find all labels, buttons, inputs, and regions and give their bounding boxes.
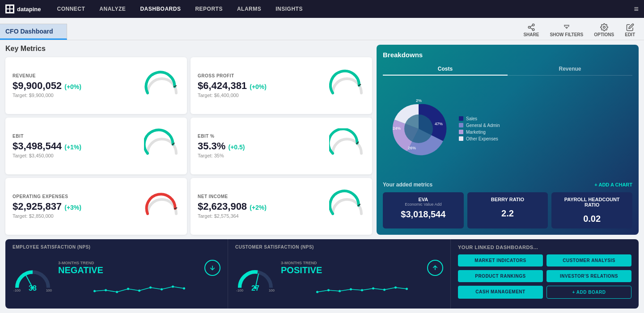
options-label: OPTIONS	[594, 32, 614, 37]
metric-change-2: (+1%)	[64, 144, 81, 151]
svg-text:47%: 47%	[435, 122, 443, 126]
metric-label-3: EBIT %	[198, 134, 329, 139]
svg-point-32	[127, 288, 129, 290]
linked-btn-2[interactable]: PRODUCT RANKINGS	[458, 270, 543, 282]
linked-btn-1[interactable]: CUSTOMER ANALYSIS	[547, 254, 631, 266]
customer-trend-icon	[427, 260, 443, 276]
employee-nps-title: EMPLOYEE SATISFACTION (NPS)	[13, 245, 220, 250]
nav-dashboards[interactable]: DASHBOARDS	[133, 0, 188, 18]
svg-point-42	[327, 289, 330, 292]
legend-label-other: Other Expenses	[466, 136, 498, 141]
employee-nps-gauge: -100 100 33	[13, 262, 53, 293]
legend-marketing: Marketing	[459, 130, 500, 135]
linked-btn-0[interactable]: MARKET INDICATORS	[458, 254, 543, 266]
svg-point-4	[532, 24, 534, 26]
legend-dot-general	[459, 123, 463, 127]
linked-btn-5[interactable]: + ADD BOARD	[547, 286, 631, 299]
metric-target-5: Target: $2,575,364	[198, 213, 329, 219]
legend-label-marketing: Marketing	[466, 130, 486, 135]
svg-point-43	[339, 290, 341, 292]
svg-point-14	[603, 26, 605, 29]
nav-alarms[interactable]: ALARMS	[230, 0, 268, 18]
logo: datapine	[5, 4, 41, 13]
metric-card-0: REVENUE $9,900,052 (+0%) Target: $9,900,…	[5, 57, 187, 114]
filters-label: SHOW FILTERS	[550, 32, 583, 37]
metric-gauge-3	[329, 128, 365, 164]
customer-nps-score: 27	[251, 284, 259, 292]
employee-nps-content: -100 100 33 3-MONTHS TREND NEGATIVE	[13, 252, 220, 303]
employee-nps-score: 33	[29, 284, 37, 292]
metric-left-4: OPERATING EXPENSES $2,925,837 (+3%) Targ…	[13, 194, 144, 219]
metric-left-3: EBIT % 35.3% (+0.5) Target: 35%	[198, 134, 329, 158]
metric-gauge-5	[329, 189, 365, 224]
metric-label-4: OPERATING EXPENSES	[13, 194, 144, 199]
metric-target-4: Target: $2,850,000	[13, 213, 144, 219]
svg-point-36	[172, 286, 174, 288]
metric-value-0: $9,900,052 (+0%)	[13, 80, 144, 92]
metric-value-2: $3,498,544 (+1%)	[13, 140, 144, 152]
legend-sales: Sales	[459, 116, 500, 121]
metric-left-5: NET INCOME $2,623,908 (+2%) Target: $2,5…	[198, 194, 329, 219]
nav-connect[interactable]: CONNECT	[50, 0, 92, 18]
metric-label-2: EBIT	[13, 134, 144, 139]
legend-dot-sales	[459, 116, 463, 121]
customer-nps-trend-row: 3-MONTHS TREND POSITIVE	[281, 260, 443, 276]
show-filters-button[interactable]: SHOW FILTERS	[550, 23, 583, 37]
dashboard-tab[interactable]: CFO Dashboard	[0, 24, 67, 40]
customer-nps-panel: CUSTOMER SATISFACTION (NPS) -100 100 27	[228, 239, 451, 309]
employee-nps-trend-value: NEGATIVE	[58, 265, 103, 275]
nav-reports[interactable]: REPORTS	[188, 0, 230, 18]
linked-btn-3[interactable]: INVESTOR'S RELATIONS	[547, 270, 631, 282]
svg-line-8	[530, 25, 532, 27]
customer-nps-max: 100	[269, 288, 275, 292]
svg-point-47	[383, 289, 386, 291]
customer-nps-content: -100 100 27 3-MONTHS TREND POSITIVE	[235, 252, 443, 303]
svg-rect-0	[7, 6, 9, 8]
metric-target-2: Target: $3,450,000	[13, 153, 144, 158]
added-metric-name-2: PAYROLL HEADCOUNT RATIO	[557, 197, 627, 207]
svg-point-48	[394, 287, 397, 289]
linked-btn-4[interactable]: CASH MANAGEMENT	[458, 286, 543, 299]
tab-revenue[interactable]: Revenue	[508, 63, 632, 76]
subheader-actions: SHARE SHOW FILTERS OPTIONS EDIT	[523, 23, 644, 40]
legend-dot-other	[459, 136, 463, 141]
breakdowns-panel: Breakdowns Costs Revenue	[377, 45, 639, 235]
svg-text:26%: 26%	[408, 146, 416, 150]
share-button[interactable]: SHARE	[523, 23, 539, 37]
legend-dot-marketing	[459, 130, 463, 134]
metric-card-5: NET INCOME $2,623,908 (+2%) Target: $2,5…	[191, 178, 372, 235]
svg-point-31	[116, 291, 118, 293]
bottom-row: EMPLOYEE SATISFACTION (NPS) -100 100 33	[5, 239, 639, 309]
metric-value-5: $2,623,908 (+2%)	[198, 201, 329, 212]
employee-nps-trend-col: 3-MONTHS TREND NEGATIVE	[58, 261, 103, 275]
added-metric-card-0: EVA Economic Value Add $3,018,544	[383, 192, 464, 228]
add-chart-button[interactable]: + ADD A CHART	[594, 182, 632, 187]
nav-analyze[interactable]: ANALYZE	[92, 0, 133, 18]
metric-change-1: (+0%)	[250, 83, 267, 90]
metric-card-1: GROSS PROFIT $6,424,381 (+0%) Target: $6…	[191, 57, 372, 114]
hamburger-icon[interactable]: ≡	[634, 4, 639, 14]
metric-gauge-1	[329, 68, 365, 104]
customer-nps-right: 3-MONTHS TREND POSITIVE	[281, 260, 443, 296]
added-metric-name-1: BERRY RATIO	[473, 197, 543, 202]
edit-button[interactable]: EDIT	[625, 23, 635, 37]
employee-nps-max: 100	[46, 288, 52, 292]
added-metric-name-0: EVA	[388, 197, 458, 202]
navbar: datapine CONNECT ANALYZE DASHBOARDS REPO…	[0, 0, 644, 18]
metric-target-3: Target: 35%	[198, 153, 329, 158]
tab-costs[interactable]: Costs	[383, 63, 508, 76]
main-content: Key Metrics REVENUE $9,900,052 (+0%) Tar…	[0, 40, 644, 313]
linked-dashboards-title: YOUR LINKED DASHBOARDS...	[458, 245, 631, 250]
svg-point-29	[93, 290, 96, 292]
customer-nps-trend-value: POSITIVE	[281, 265, 322, 275]
metric-gauge-0	[144, 68, 180, 104]
nav-insights[interactable]: INSIGHTS	[268, 0, 310, 18]
svg-point-21	[404, 114, 433, 143]
subheader: CFO Dashboard SHARE SHOW FILTERS OPTIONS…	[0, 18, 644, 40]
options-button[interactable]: OPTIONS	[594, 23, 614, 37]
svg-rect-2	[7, 9, 9, 12]
metric-value-4: $2,925,837 (+3%)	[13, 201, 144, 212]
customer-sparkline	[281, 278, 443, 296]
metric-change-3: (+0.5)	[229, 144, 245, 151]
svg-point-37	[183, 288, 185, 290]
